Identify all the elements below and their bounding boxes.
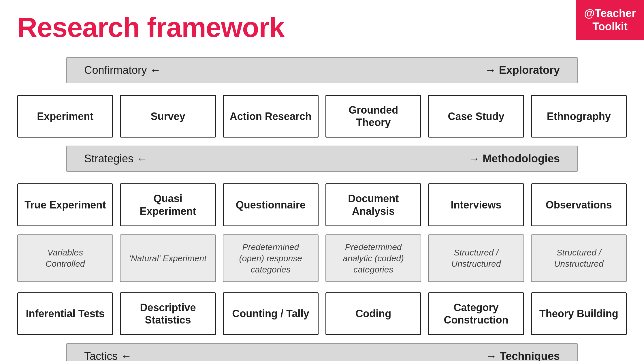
tactics-bar: Tactics ← → Techniques xyxy=(66,343,578,361)
sub-boxes-row: VariablesControlled 'Natural' Experiment… xyxy=(17,234,627,282)
strategy-row: True Experiment Quasi Experiment Questio… xyxy=(17,183,627,226)
box-true-experiment-label: True Experiment xyxy=(25,199,106,211)
methodology-row: Experiment Survey Action Research Ground… xyxy=(17,95,627,138)
sub-box-2: Predetermined(open) responsecategories xyxy=(223,234,319,282)
box-questionnaire: Questionnaire xyxy=(223,183,319,226)
box-theory-building-label: Theory Building xyxy=(539,307,618,320)
box-case-study: Case Study xyxy=(428,95,524,138)
tactic-row: Inferential Tests DescriptiveStatistics … xyxy=(17,292,627,335)
box-theory-building: Theory Building xyxy=(531,292,627,335)
page-title: Research framework xyxy=(17,12,627,43)
box-document-analysis: Document Analysis xyxy=(325,183,421,226)
brand-line2: Toolkit xyxy=(592,20,628,33)
strategies-bar: Strategies ← → Methodologies xyxy=(66,146,578,172)
box-counting-tally: Counting / Tally xyxy=(223,292,319,335)
box-quasi-experiment: Quasi Experiment xyxy=(120,183,216,226)
box-ethnography-label: Ethnography xyxy=(547,110,611,123)
box-quasi-experiment-label: Quasi Experiment xyxy=(125,192,210,217)
sub-box-3-label: Predeterminedanalytic (coded)categories xyxy=(343,241,404,275)
box-action-research-label: Action Research xyxy=(230,110,312,123)
box-observations: Observations xyxy=(531,183,627,226)
sub-box-4-label: Structured /Unstructured xyxy=(451,247,501,269)
sub-box-4: Structured /Unstructured xyxy=(428,234,524,282)
strategies-label: Strategies ← xyxy=(84,153,148,165)
box-document-analysis-label: Document Analysis xyxy=(331,192,416,217)
box-coding: Coding xyxy=(325,292,421,335)
box-inferential-tests: Inferential Tests xyxy=(17,292,113,335)
box-interviews: Interviews xyxy=(428,183,524,226)
box-grounded-theory: Grounded Theory xyxy=(325,95,421,138)
sub-box-0-label: VariablesControlled xyxy=(46,247,85,269)
sub-box-3: Predeterminedanalytic (coded)categories xyxy=(325,234,421,282)
box-questionnaire-label: Questionnaire xyxy=(236,199,306,211)
box-action-research: Action Research xyxy=(223,95,319,138)
sub-box-2-label: Predetermined(open) responsecategories xyxy=(239,241,302,275)
box-inferential-tests-label: Inferential Tests xyxy=(26,307,104,320)
box-coding-label: Coding xyxy=(355,307,391,320)
box-survey-label: Survey xyxy=(150,110,185,123)
box-experiment-label: Experiment xyxy=(37,110,93,123)
box-descriptive-statistics-label: DescriptiveStatistics xyxy=(140,301,196,326)
box-counting-tally-label: Counting / Tally xyxy=(232,307,309,320)
methodologies-label: → Methodologies xyxy=(468,153,560,165)
sub-box-5: Structured /Unstructured xyxy=(531,234,627,282)
techniques-label: → Techniques xyxy=(486,350,560,361)
box-interviews-label: Interviews xyxy=(451,199,501,211)
tactics-label: Tactics ← xyxy=(84,350,132,361)
box-grounded-theory-label: Grounded Theory xyxy=(331,104,416,129)
box-experiment: Experiment xyxy=(17,95,113,138)
framework-container: Confirmatory ← → Exploratory Experiment … xyxy=(17,57,627,361)
box-descriptive-statistics: DescriptiveStatistics xyxy=(120,292,216,335)
confirmatory-bar: Confirmatory ← → Exploratory xyxy=(66,57,578,83)
box-true-experiment: True Experiment xyxy=(17,183,113,226)
sub-box-1: 'Natural' Experiment xyxy=(120,234,216,282)
sub-box-1-label: 'Natural' Experiment xyxy=(129,253,206,264)
brand-badge: @Teacher Toolkit xyxy=(576,0,644,40)
box-category-construction: CategoryConstruction xyxy=(428,292,524,335)
box-case-study-label: Case Study xyxy=(448,110,504,123)
box-survey: Survey xyxy=(120,95,216,138)
brand-line1: @Teacher xyxy=(584,7,636,19)
box-observations-label: Observations xyxy=(546,199,612,211)
confirmatory-label: Confirmatory ← xyxy=(84,64,161,76)
sub-box-5-label: Structured /Unstructured xyxy=(554,247,604,269)
sub-box-0: VariablesControlled xyxy=(17,234,113,282)
box-ethnography: Ethnography xyxy=(531,95,627,138)
box-category-construction-label: CategoryConstruction xyxy=(444,301,508,326)
exploratory-label: → Exploratory xyxy=(485,64,560,76)
